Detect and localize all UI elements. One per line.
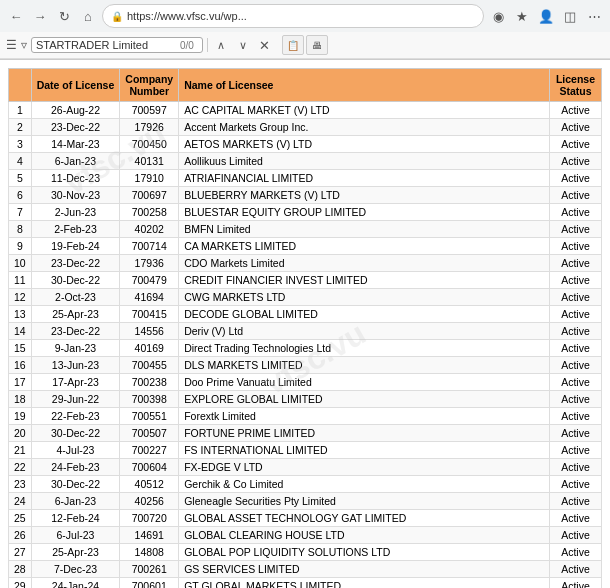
header-num: [9, 69, 32, 102]
forward-button[interactable]: →: [30, 6, 50, 26]
cell-licensee-name: GLOBAL POP LIQUIDITY SOLUTIONS LTD: [179, 544, 550, 561]
lock-icon: 🔒: [111, 11, 123, 22]
cell-status: Active: [550, 561, 602, 578]
cell-num: 13: [9, 306, 32, 323]
cell-num: 27: [9, 544, 32, 561]
cell-num: 5: [9, 170, 32, 187]
table-row: 29 24-Jan-24 700601 GT GLOBAL MARKETS LI…: [9, 578, 602, 589]
cell-licensee-name: GS SERVICES LIMITED: [179, 561, 550, 578]
cell-date: 12-Feb-24: [31, 510, 120, 527]
cell-num: 6: [9, 187, 32, 204]
browser-chrome: ← → ↻ ⌂ 🔒 ◉ ★ 👤 ◫ ⋯ ☰ ▿ 0/0 ∧ ∨ ✕ 📋 🖶: [0, 0, 610, 60]
table-row: 26 6-Jul-23 14691 GLOBAL CLEARING HOUSE …: [9, 527, 602, 544]
cell-num: 14: [9, 323, 32, 340]
bookmark-button[interactable]: ★: [512, 6, 532, 26]
table-row: 28 7-Dec-23 700261 GS SERVICES LIMITED A…: [9, 561, 602, 578]
cell-num: 9: [9, 238, 32, 255]
cell-company: 17926: [120, 119, 179, 136]
find-close-button[interactable]: ✕: [256, 36, 274, 54]
cell-company: 700714: [120, 238, 179, 255]
table-row: 7 2-Jun-23 700258 BLUESTAR EQUITY GROUP …: [9, 204, 602, 221]
cell-licensee-name: Deriv (V) Ltd: [179, 323, 550, 340]
cell-status: Active: [550, 323, 602, 340]
filter-icon: ▿: [21, 38, 27, 52]
cell-company: 41694: [120, 289, 179, 306]
cell-company: 700227: [120, 442, 179, 459]
cell-company: 40256: [120, 493, 179, 510]
menu-icon: ☰: [6, 38, 17, 52]
menu-button[interactable]: ⋯: [584, 6, 604, 26]
cell-num: 17: [9, 374, 32, 391]
cell-num: 21: [9, 442, 32, 459]
find-prev-button[interactable]: ∧: [212, 36, 230, 54]
table-row: 22 24-Feb-23 700604 FX-EDGE V LTD Active: [9, 459, 602, 476]
address-bar[interactable]: [127, 10, 475, 22]
cell-company: 14808: [120, 544, 179, 561]
cell-licensee-name: FS INTERNATIONAL LIMITED: [179, 442, 550, 459]
table-row: 10 23-Dec-22 17936 CDO Markets Limited A…: [9, 255, 602, 272]
header-company: Company Number: [120, 69, 179, 102]
refresh-button[interactable]: ↻: [54, 6, 74, 26]
cell-company: 700238: [120, 374, 179, 391]
cell-date: 9-Jan-23: [31, 340, 120, 357]
table-row: 2 23-Dec-22 17926 Accent Markets Group I…: [9, 119, 602, 136]
extensions-button[interactable]: ◉: [488, 6, 508, 26]
cell-date: 23-Dec-22: [31, 323, 120, 340]
cell-status: Active: [550, 493, 602, 510]
cell-status: Active: [550, 272, 602, 289]
header-date: Date of License: [31, 69, 120, 102]
cell-date: 6-Jan-23: [31, 153, 120, 170]
cell-date: 22-Feb-23: [31, 408, 120, 425]
cell-licensee-name: FX-EDGE V LTD: [179, 459, 550, 476]
table-row: 13 25-Apr-23 700415 DECODE GLOBAL LIMITE…: [9, 306, 602, 323]
cell-company: 17910: [120, 170, 179, 187]
address-bar-container[interactable]: 🔒: [102, 4, 484, 28]
find-next-button[interactable]: ∨: [234, 36, 252, 54]
header-status: License Status: [550, 69, 602, 102]
cell-licensee-name: EXPLORE GLOBAL LIMITED: [179, 391, 550, 408]
table-row: 1 26-Aug-22 700597 AC CAPITAL MARKET (V)…: [9, 102, 602, 119]
cell-status: Active: [550, 221, 602, 238]
cell-status: Active: [550, 102, 602, 119]
cell-company: 700398: [120, 391, 179, 408]
find-print-button[interactable]: 🖶: [306, 35, 328, 55]
cell-status: Active: [550, 357, 602, 374]
cell-status: Active: [550, 510, 602, 527]
cell-company: 700597: [120, 102, 179, 119]
cell-status: Active: [550, 442, 602, 459]
licensee-table: Date of License Company Number Name of L…: [8, 68, 602, 588]
cell-status: Active: [550, 306, 602, 323]
cell-num: 28: [9, 561, 32, 578]
cell-licensee-name: Gerchik & Co Limited: [179, 476, 550, 493]
tab-button[interactable]: ◫: [560, 6, 580, 26]
cell-licensee-name: Direct Trading Technologies Ltd: [179, 340, 550, 357]
cell-status: Active: [550, 578, 602, 589]
cell-date: 24-Feb-23: [31, 459, 120, 476]
table-row: 6 30-Nov-23 700697 BLUEBERRY MARKETS (V)…: [9, 187, 602, 204]
cell-licensee-name: CDO Markets Limited: [179, 255, 550, 272]
cell-licensee-name: BLUESTAR EQUITY GROUP LIMITED: [179, 204, 550, 221]
cell-company: 700697: [120, 187, 179, 204]
cell-date: 19-Feb-24: [31, 238, 120, 255]
profile-button[interactable]: 👤: [536, 6, 556, 26]
cell-licensee-name: DECODE GLOBAL LIMITED: [179, 306, 550, 323]
find-divider: [207, 38, 208, 52]
cell-company: 40131: [120, 153, 179, 170]
cell-num: 16: [9, 357, 32, 374]
back-button[interactable]: ←: [6, 6, 26, 26]
cell-company: 700507: [120, 425, 179, 442]
cell-date: 30-Dec-22: [31, 425, 120, 442]
find-input[interactable]: [36, 39, 176, 51]
cell-date: 13-Jun-23: [31, 357, 120, 374]
cell-num: 3: [9, 136, 32, 153]
cell-status: Active: [550, 204, 602, 221]
table-row: 5 11-Dec-23 17910 ATRIAFINANCIAL LIMITED…: [9, 170, 602, 187]
find-actions: 📋 🖶: [282, 35, 328, 55]
table-row: 12 2-Oct-23 41694 CWG MARKETS LTD Active: [9, 289, 602, 306]
find-input-wrapper[interactable]: 0/0: [31, 37, 203, 53]
find-copy-button[interactable]: 📋: [282, 35, 304, 55]
table-header-row: Date of License Company Number Name of L…: [9, 69, 602, 102]
home-button[interactable]: ⌂: [78, 6, 98, 26]
cell-date: 17-Apr-23: [31, 374, 120, 391]
main-content: vfsc.vu vfsc.vu Date of License Company …: [0, 60, 610, 588]
